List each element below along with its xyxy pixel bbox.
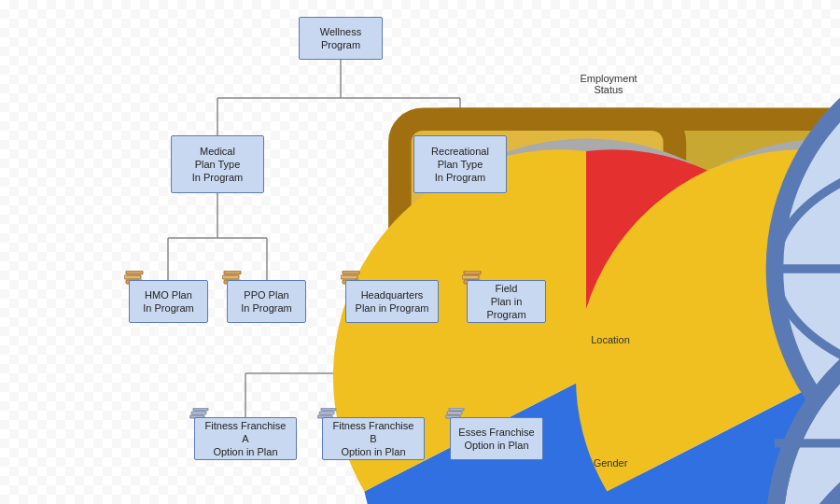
ppo-node: PPO Plan In Program: [227, 280, 306, 323]
employment-status-label: EmploymentStatus: [567, 73, 650, 95]
svg-rect-30: [464, 271, 481, 274]
fitness-a-node: Fitness Franchise A Option in Plan: [194, 417, 297, 460]
svg-point-20: [602, 151, 840, 504]
svg-point-55: [775, 427, 840, 504]
svg-point-47: [775, 304, 840, 504]
svg-rect-21: [126, 271, 143, 274]
svg-rect-28: [341, 275, 357, 279]
svg-point-46: [775, 147, 840, 391]
svg-rect-24: [224, 271, 241, 274]
svg-rect-31: [462, 275, 479, 279]
employment-status-legend: [581, 17, 635, 71]
field-node: Field Plan in Program: [467, 280, 546, 323]
hq-node: Headquarters Plan in Program: [345, 280, 439, 323]
svg-rect-27: [343, 271, 359, 274]
svg-rect-25: [222, 275, 239, 279]
gender-label: Gender: [573, 457, 648, 469]
location-legend: [581, 278, 635, 332]
svg-rect-37: [319, 412, 334, 414]
svg-rect-34: [191, 412, 206, 414]
esses-node: Esses Franchise Option in Plan: [450, 417, 543, 460]
svg-rect-33: [193, 408, 208, 411]
svg-rect-36: [321, 408, 336, 411]
gender-legend: [581, 401, 635, 455]
svg-rect-40: [447, 412, 462, 414]
diagram: Wellness Program Medical Plan Type In Pr…: [0, 0, 840, 504]
svg-point-54: [775, 304, 840, 504]
medical-node: Medical Plan Type In Program: [171, 135, 264, 193]
svg-rect-22: [124, 275, 141, 279]
wellness-node: Wellness Program: [299, 17, 383, 60]
svg-point-42: [775, 43, 840, 495]
fitness-b-node: Fitness Franchise B Option in Plan: [322, 417, 425, 460]
hmo-node: HMO Plan In Program: [129, 280, 208, 323]
location-label: Location: [573, 334, 648, 345]
svg-point-66: [775, 427, 840, 504]
recreational-node: Recreational Plan Type In Program: [413, 135, 507, 193]
svg-rect-39: [449, 408, 464, 411]
